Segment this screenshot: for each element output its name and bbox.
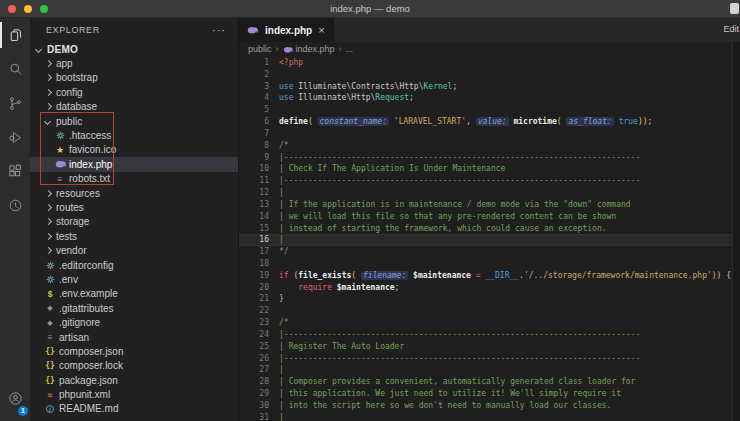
line-number: 28 — [239, 377, 269, 386]
braces-icon: {} — [44, 376, 56, 385]
code-line-26[interactable]: 26|-------------------------------------… — [239, 352, 740, 364]
code-line-31[interactable]: 31| — [239, 411, 740, 421]
code-line-8[interactable]: 8/* — [239, 139, 740, 151]
code-line-11[interactable]: 11|-------------------------------------… — [239, 175, 740, 187]
tree-folder-public[interactable]: public — [30, 114, 238, 128]
tree-folder-storage[interactable]: storage — [30, 215, 238, 229]
star-icon: ★ — [54, 145, 66, 155]
code-line-29[interactable]: 29| this application. We just need to ut… — [239, 388, 740, 400]
code-line-5[interactable]: 5 — [239, 104, 740, 116]
php-icon — [283, 46, 293, 53]
code-line-22[interactable]: 22 — [239, 305, 740, 317]
clock-icon[interactable] — [0, 188, 30, 222]
code-line-20[interactable]: 20 require $maintenance; — [239, 281, 740, 293]
tree-folder-config[interactable]: config — [30, 85, 238, 99]
line-number: 11 — [239, 176, 269, 185]
code-text: |---------------------------------------… — [269, 153, 640, 162]
code-line-21[interactable]: 21} — [239, 293, 740, 305]
tree-file-index-php[interactable]: index.php — [30, 157, 238, 171]
code-line-25[interactable]: 25| Register The Auto Loader — [239, 340, 740, 352]
explorer-icon[interactable] — [0, 18, 30, 52]
code-line-23[interactable]: 23/* — [239, 317, 740, 329]
chevron-down-icon — [44, 117, 53, 126]
code-line-12[interactable]: 12| — [239, 187, 740, 199]
gear-icon — [44, 275, 56, 284]
breadcrumb-folder[interactable]: public — [248, 44, 272, 54]
breadcrumb-file[interactable]: index.php — [296, 44, 335, 54]
tree-file-artisan[interactable]: ≡artisan — [30, 330, 238, 344]
tree-file--editorconfig[interactable]: .editorconfig — [30, 258, 238, 272]
tree-item-label: storage — [56, 216, 89, 227]
code-line-19[interactable]: 19if (file_exists( filename: $maintenanc… — [239, 269, 740, 281]
chevron-right-icon — [44, 102, 53, 111]
scrollbar[interactable] — [732, 42, 740, 421]
code-line-6[interactable]: 6define( constant_name: 'LARAVEL_START',… — [239, 116, 740, 128]
file-tree: appbootstrapconfigdatabasepublic.htacces… — [30, 56, 238, 416]
window-title: index.php — demo — [0, 3, 740, 14]
tree-file-robots-txt[interactable]: ≡robots.txt — [30, 172, 238, 186]
php-icon — [54, 160, 66, 168]
line-number: 18 — [239, 259, 269, 268]
line-number: 14 — [239, 212, 269, 221]
chevron-right-icon — [44, 246, 53, 255]
code-text: | Check If The Application Is Under Main… — [269, 164, 505, 173]
code-line-2[interactable]: 2 — [239, 68, 740, 80]
tree-file-composer-lock[interactable]: {}composer.lock — [30, 359, 238, 373]
code-line-13[interactable]: 13| If the application is in maintenance… — [239, 198, 740, 210]
tree-file-composer-json[interactable]: {}composer.json — [30, 344, 238, 358]
git-icon: ◆ — [44, 319, 56, 327]
code-line-15[interactable]: 15| instead of starting the framework, w… — [239, 222, 740, 234]
extensions-icon[interactable] — [0, 154, 30, 188]
line-number: 4 — [239, 93, 269, 102]
line-number: 2 — [239, 70, 269, 79]
code-line-17[interactable]: 17*/ — [239, 246, 740, 258]
code-line-27[interactable]: 27| — [239, 364, 740, 376]
breadcrumb-symbol[interactable]: ... — [346, 44, 354, 54]
code-line-14[interactable]: 14| we will load this file so that any p… — [239, 210, 740, 222]
tree-folder-resources[interactable]: resources — [30, 186, 238, 200]
tree-file-favicon-ico[interactable]: ★favicon.ico — [30, 143, 238, 157]
layout-icon[interactable] — [730, 3, 739, 14]
tree-folder-app[interactable]: app — [30, 56, 238, 70]
code-line-10[interactable]: 10| Check If The Application Is Under Ma… — [239, 163, 740, 175]
tree-root-demo[interactable]: DEMO — [30, 42, 238, 56]
line-number: 17 — [239, 247, 269, 256]
tree-file-readme-md[interactable]: iREADME.md — [30, 402, 238, 416]
tree-folder-database[interactable]: database — [30, 100, 238, 114]
tab-index-php[interactable]: index.php × — [239, 18, 334, 42]
chevron-right-icon — [44, 203, 53, 212]
code-line-28[interactable]: 28| Composer provides a convenient, auto… — [239, 376, 740, 388]
code-line-30[interactable]: 30| into the script here so we don't nee… — [239, 400, 740, 412]
tree-folder-bootstrap[interactable]: bootstrap — [30, 71, 238, 85]
tree-file--env[interactable]: .env — [30, 272, 238, 286]
code-area[interactable]: 1<?php23use Illuminate\Contracts\Http\Ke… — [239, 57, 740, 421]
code-line-4[interactable]: 4use Illuminate\Http\Request; — [239, 92, 740, 104]
tree-file--gitignore[interactable]: ◆.gitignore — [30, 315, 238, 329]
code-line-1[interactable]: 1<?php — [239, 57, 740, 69]
code-line-18[interactable]: 18 — [239, 258, 740, 270]
account-icon[interactable]: 1 — [0, 381, 30, 415]
line-number: 22 — [239, 306, 269, 315]
source-control-icon[interactable] — [0, 86, 30, 120]
search-icon[interactable] — [0, 52, 30, 86]
line-number: 6 — [239, 117, 269, 126]
tree-folder-vendor[interactable]: vendor — [30, 243, 238, 257]
explorer-more-actions[interactable]: ··· — [212, 24, 226, 36]
code-line-3[interactable]: 3use Illuminate\Contracts\Http\Kernel; — [239, 80, 740, 92]
tree-file-phpunit-xml[interactable]: ≈phpunit.xml — [30, 387, 238, 401]
tree-folder-routes[interactable]: routes — [30, 200, 238, 214]
tab-close-icon[interactable]: × — [318, 24, 324, 36]
editor-actions-label[interactable]: Edit — [723, 24, 739, 34]
code-line-16[interactable]: 16| — [239, 234, 740, 246]
tree-item-label: README.md — [59, 403, 118, 414]
run-debug-icon[interactable] — [0, 120, 30, 154]
tree-file--gitattributes[interactable]: ◆.gitattributes — [30, 301, 238, 315]
code-line-9[interactable]: 9|--------------------------------------… — [239, 151, 740, 163]
tree-file--htaccess[interactable]: .htaccess — [30, 128, 238, 142]
code-line-7[interactable]: 7 — [239, 127, 740, 139]
code-text: use Illuminate\Http\Request; — [269, 93, 414, 102]
code-line-24[interactable]: 24|-------------------------------------… — [239, 329, 740, 341]
tree-file--env-example[interactable]: $.env.example — [30, 287, 238, 301]
tree-folder-tests[interactable]: tests — [30, 229, 238, 243]
tree-file-package-json[interactable]: {}package.json — [30, 373, 238, 387]
